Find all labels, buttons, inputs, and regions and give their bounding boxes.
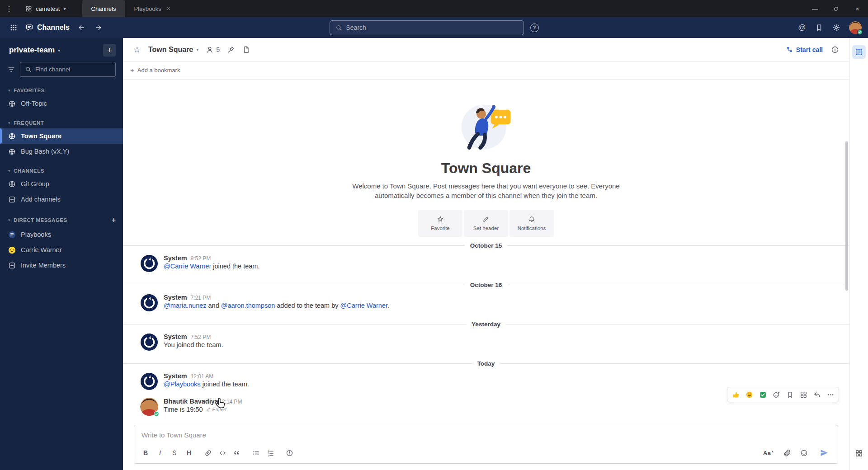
tab-channels[interactable]: Channels [82, 0, 125, 17]
user-avatar-button[interactable] [849, 21, 862, 34]
mention-link[interactable]: @Carrie Warner [164, 263, 211, 270]
sidebar-item-off-topic[interactable]: Off-Topic [0, 96, 123, 111]
message-sender[interactable]: Bhautik Bavadiya [164, 398, 218, 405]
sidebar-section-header[interactable]: ▾DIRECT MESSAGES+ [0, 214, 123, 227]
message-feed[interactable]: Town Square Welcome to Town Square. Post… [123, 80, 849, 422]
search-input[interactable]: Search [330, 20, 524, 35]
message-timestamp[interactable]: 9:52 PM [191, 255, 211, 262]
quote-button[interactable] [230, 446, 244, 459]
find-channel-input[interactable]: Find channel [20, 62, 116, 77]
message-menu-button[interactable] [797, 389, 810, 400]
product-switcher-button[interactable] [6, 20, 21, 35]
close-tab-icon[interactable]: × [166, 5, 170, 12]
send-message-button[interactable] [814, 446, 834, 460]
quick-reaction-smiley-button[interactable] [743, 389, 755, 400]
sidebar-item-town-square[interactable]: Town Square [0, 128, 123, 144]
recent-mentions-button[interactable]: @ [795, 20, 809, 35]
scrollbar-thumb[interactable] [845, 141, 848, 291]
strikethrough-button[interactable]: S [168, 446, 181, 459]
add-direct-message-button[interactable]: + [112, 216, 116, 224]
sidebar-section-header[interactable]: ▾FREQUENT [0, 118, 123, 128]
bold-button[interactable]: B [139, 446, 152, 459]
message-sender[interactable]: System [164, 333, 187, 340]
emoji-picker-button[interactable] [797, 446, 811, 459]
message-timestamp[interactable]: 7:52 PM [191, 334, 211, 340]
help-button[interactable]: ? [530, 24, 539, 32]
channel-info-button[interactable] [828, 43, 842, 56]
plus-icon: + [130, 66, 134, 74]
channel-menu-button[interactable]: Town Square ▾ [146, 46, 201, 54]
browse-or-create-channel-button[interactable]: + [103, 44, 116, 56]
history-forward-button[interactable] [91, 20, 106, 35]
quick-reaction-check-mark-button[interactable] [756, 389, 769, 400]
sidebar-item-playbooks[interactable]: Playbooks [0, 227, 123, 242]
favorite-channel-button[interactable]: ☆ [130, 43, 144, 56]
add-reaction-button[interactable] [770, 389, 783, 400]
sidebar-item-git-group[interactable]: Git Group [0, 176, 123, 192]
message-avatar[interactable] [140, 372, 158, 390]
message-sender[interactable]: System [164, 294, 187, 301]
channel-files-button[interactable] [240, 43, 253, 56]
restore-button[interactable] [826, 0, 847, 17]
pinned-posts-button[interactable] [224, 43, 238, 56]
channel-intro-notifications-button[interactable]: Notifications [509, 210, 554, 237]
priority-button[interactable] [283, 446, 296, 459]
search-icon [335, 24, 342, 31]
save-message-button[interactable] [783, 389, 796, 400]
settings-button[interactable] [829, 20, 844, 35]
team-menu-button[interactable]: private-team ▾ [9, 46, 60, 55]
more-actions-button[interactable] [824, 389, 837, 400]
message-system: System9:52 PM@Carrie Warner joined the t… [123, 251, 849, 276]
tab-playbooks[interactable]: Playbooks × [125, 0, 179, 17]
add-bookmark-button[interactable]: + Add a bookmark [130, 66, 180, 74]
message-avatar[interactable] [140, 398, 158, 416]
message-sender[interactable]: System [164, 254, 187, 262]
app-menu-button[interactable]: ⋮ [0, 0, 18, 17]
toggle-formatting-button[interactable]: Aa▴ [760, 446, 776, 459]
history-back-button[interactable] [74, 20, 89, 35]
channel-members-button[interactable]: 5 [203, 43, 222, 56]
sidebar-item-carrie-warner[interactable]: Carrie Warner [0, 242, 123, 258]
link-button[interactable] [201, 446, 215, 459]
message-avatar[interactable] [140, 254, 158, 273]
close-window-button[interactable]: × [847, 0, 868, 17]
message-timestamp[interactable]: 7:21 PM [191, 295, 211, 301]
saved-posts-button[interactable] [812, 20, 826, 35]
heading-button[interactable]: H [182, 446, 196, 459]
intro-action-label: Set header [473, 226, 499, 231]
ordered-list-button[interactable]: 123 [264, 446, 277, 459]
app-bar-active-app-button[interactable] [852, 45, 866, 59]
message-avatar[interactable] [140, 294, 158, 312]
sidebar-item-bug-bash-vx-y[interactable]: Bug Bash (vX.Y) [0, 144, 123, 159]
sidebar-sections: ▾FAVORITESOff-Topic▾FREQUENTTown SquareB… [0, 79, 123, 273]
message-sender[interactable]: System [164, 372, 187, 380]
sidebar-section-header[interactable]: ▾CHANNELS [0, 166, 123, 176]
mention-link[interactable]: @Playbooks [164, 381, 201, 388]
mention-link[interactable]: @maria.nunez [164, 302, 207, 309]
reply-button[interactable] [811, 389, 823, 400]
code-button[interactable] [216, 446, 229, 459]
mention-link[interactable]: @aaron.thompson [221, 302, 275, 309]
message-timestamp[interactable]: 2:14 PM [222, 399, 242, 405]
mention-link[interactable]: @Carrie Warner [340, 302, 387, 309]
message-timestamp[interactable]: 12:01 AM [191, 373, 214, 380]
channel-intro-favorite-button[interactable]: Favorite [418, 210, 462, 237]
italic-button[interactable]: I [153, 446, 167, 459]
quick-reaction-thumbs-up-button[interactable] [729, 389, 742, 400]
bullet-list-button[interactable] [249, 446, 263, 459]
channel-intro-set-header-button[interactable]: Set header [464, 210, 508, 237]
sidebar-item-invite-members[interactable]: Invite Members [0, 258, 123, 273]
channel-filter-button[interactable] [7, 66, 15, 74]
attach-file-button[interactable] [780, 446, 793, 459]
message-avatar[interactable] [140, 333, 158, 351]
sidebar-section-direct-messages: ▾DIRECT MESSAGES+PlaybooksCarrie WarnerI… [0, 214, 123, 273]
date-divider-label: October 15 [465, 242, 508, 249]
minimize-button[interactable]: — [804, 0, 826, 17]
message-input[interactable]: Write to Town Square [134, 425, 838, 445]
sidebar-section-header[interactable]: ▾FAVORITES [0, 86, 123, 96]
globe-icon [8, 132, 16, 140]
server-switcher-button[interactable]: carrietest ▾ [18, 0, 73, 17]
sidebar-item-add-channels[interactable]: Add channels [0, 192, 123, 207]
apps-grid-button[interactable] [852, 446, 866, 460]
start-call-button[interactable]: Start call [786, 46, 823, 53]
